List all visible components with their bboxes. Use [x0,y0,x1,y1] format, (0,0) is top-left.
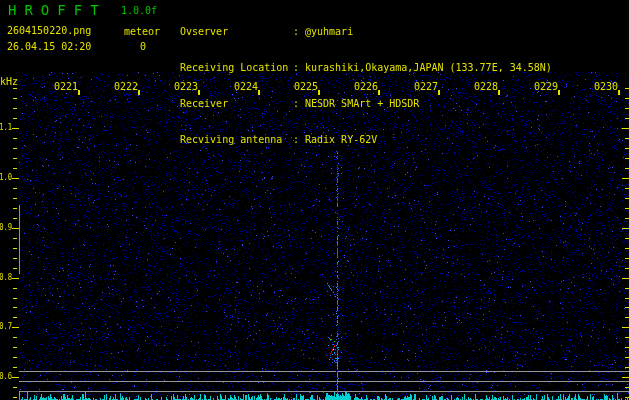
meteor-counter-label: meteor [124,26,160,37]
hrofft-window: HROFFT 1.0.0f 2604150220.png meteor 26.0… [0,0,629,400]
app-version: 1.0.0f [121,5,157,16]
metadata-label: Ovserver [180,26,293,38]
metadata-separator: : [293,26,305,38]
metadata-separator: : [293,62,305,74]
metadata-row-observer: Ovserver:@yuhmari [180,26,629,38]
metadata-block: Ovserver:@yuhmari Receiving Location:kur… [180,2,629,170]
metadata-label: Recviving antenna [180,134,293,146]
metadata-row-antenna: Recviving antenna:Radix RY-62V [180,134,629,146]
metadata-row-receiver: Receiver:NESDR SMArt + HDSDR [180,98,629,110]
y-axis-unit: kHz [0,76,18,87]
timestamp-label: 26.04.15 02:20 [7,41,91,52]
meteor-counter-value: 0 [140,41,146,52]
filename-label: 2604150220.png [7,25,91,36]
metadata-row-location: Receiving Location:kurashiki,Okayama,JAP… [180,62,629,74]
app-title: HROFFT [8,2,107,18]
metadata-label: Receiving Location [180,62,293,74]
metadata-value: kurashiki,Okayama,JAPAN (133.77E, 34.58N… [305,62,552,74]
metadata-separator: : [293,98,305,110]
metadata-value: Radix RY-62V [305,134,377,146]
metadata-separator: : [293,134,305,146]
metadata-value: NESDR SMArt + HDSDR [305,98,419,110]
metadata-label: Receiver [180,98,293,110]
metadata-value: @yuhmari [305,26,353,38]
